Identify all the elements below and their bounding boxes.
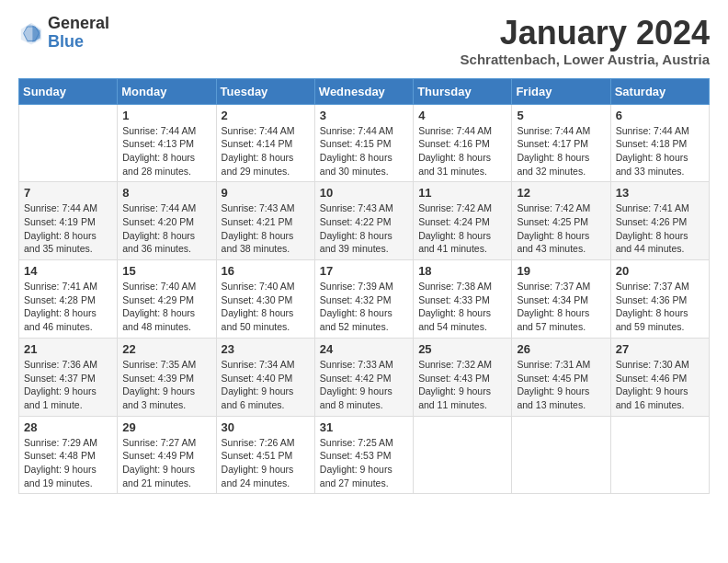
main-title: January 2024	[461, 15, 710, 52]
day-info: Sunrise: 7:33 AMSunset: 4:42 PMDaylight:…	[320, 358, 408, 412]
calendar-cell: 10Sunrise: 7:43 AMSunset: 4:22 PMDayligh…	[314, 182, 413, 260]
logo-blue: Blue	[48, 33, 109, 52]
calendar-cell: 30Sunrise: 7:26 AMSunset: 4:51 PMDayligh…	[216, 416, 314, 494]
day-number: 15	[122, 264, 210, 278]
calendar-cell: 16Sunrise: 7:40 AMSunset: 4:30 PMDayligh…	[216, 260, 314, 339]
header-day-monday: Monday	[118, 78, 216, 104]
day-number: 3	[320, 109, 408, 122]
calendar-cell	[610, 416, 709, 494]
day-info: Sunrise: 7:38 AMSunset: 4:33 PMDaylight:…	[418, 280, 506, 334]
day-info: Sunrise: 7:36 AMSunset: 4:37 PMDaylight:…	[24, 358, 112, 412]
day-info: Sunrise: 7:44 AMSunset: 4:18 PMDaylight:…	[616, 124, 704, 178]
day-number: 6	[616, 109, 704, 122]
day-info: Sunrise: 7:44 AMSunset: 4:16 PMDaylight:…	[418, 124, 506, 178]
day-info: Sunrise: 7:37 AMSunset: 4:36 PMDaylight:…	[616, 280, 704, 334]
calendar-cell: 28Sunrise: 7:29 AMSunset: 4:48 PMDayligh…	[19, 416, 118, 494]
day-number: 9	[222, 186, 310, 200]
day-info: Sunrise: 7:44 AMSunset: 4:20 PMDaylight:…	[122, 201, 210, 256]
day-number: 30	[222, 420, 310, 434]
calendar-cell: 3Sunrise: 7:44 AMSunset: 4:15 PMDaylight…	[314, 104, 413, 182]
day-info: Sunrise: 7:35 AMSunset: 4:39 PMDaylight:…	[122, 358, 210, 412]
logo-icon	[18, 20, 44, 46]
day-info: Sunrise: 7:43 AMSunset: 4:21 PMDaylight:…	[222, 201, 310, 256]
day-number: 18	[418, 264, 506, 278]
calendar-cell: 6Sunrise: 7:44 AMSunset: 4:18 PMDaylight…	[610, 104, 709, 182]
calendar-cell: 13Sunrise: 7:41 AMSunset: 4:26 PMDayligh…	[610, 182, 709, 260]
header-day-tuesday: Tuesday	[216, 78, 314, 104]
day-number: 14	[24, 264, 112, 278]
day-number: 27	[616, 342, 704, 356]
day-number: 25	[418, 342, 506, 356]
day-number: 24	[320, 342, 408, 356]
calendar-cell: 2Sunrise: 7:44 AMSunset: 4:14 PMDaylight…	[216, 104, 314, 182]
day-number: 4	[418, 109, 506, 122]
calendar-week-row: 7Sunrise: 7:44 AMSunset: 4:19 PMDaylight…	[19, 182, 710, 260]
calendar-cell: 14Sunrise: 7:41 AMSunset: 4:28 PMDayligh…	[19, 260, 118, 339]
day-info: Sunrise: 7:34 AMSunset: 4:40 PMDaylight:…	[222, 358, 310, 412]
calendar-cell: 15Sunrise: 7:40 AMSunset: 4:29 PMDayligh…	[118, 260, 216, 339]
day-info: Sunrise: 7:43 AMSunset: 4:22 PMDaylight:…	[320, 201, 408, 256]
calendar-cell: 18Sunrise: 7:38 AMSunset: 4:33 PMDayligh…	[414, 260, 512, 339]
calendar-cell: 9Sunrise: 7:43 AMSunset: 4:21 PMDaylight…	[216, 182, 314, 260]
calendar-cell: 19Sunrise: 7:37 AMSunset: 4:34 PMDayligh…	[512, 260, 610, 339]
day-number: 5	[517, 109, 605, 122]
day-number: 16	[222, 264, 310, 278]
header-day-saturday: Saturday	[610, 78, 709, 104]
calendar-cell: 5Sunrise: 7:44 AMSunset: 4:17 PMDaylight…	[512, 104, 610, 182]
day-info: Sunrise: 7:42 AMSunset: 4:24 PMDaylight:…	[418, 201, 506, 256]
calendar-cell: 25Sunrise: 7:32 AMSunset: 4:43 PMDayligh…	[414, 338, 512, 416]
logo-text: General Blue	[48, 15, 109, 52]
calendar-week-row: 14Sunrise: 7:41 AMSunset: 4:28 PMDayligh…	[19, 260, 710, 339]
day-number: 26	[517, 342, 605, 356]
day-info: Sunrise: 7:29 AMSunset: 4:48 PMDaylight:…	[24, 436, 112, 490]
day-number: 13	[616, 186, 704, 200]
day-number: 21	[24, 342, 112, 356]
subtitle: Schrattenbach, Lower Austria, Austria	[461, 52, 710, 67]
day-info: Sunrise: 7:44 AMSunset: 4:19 PMDaylight:…	[24, 201, 112, 256]
header-day-sunday: Sunday	[19, 78, 118, 104]
calendar-cell: 21Sunrise: 7:36 AMSunset: 4:37 PMDayligh…	[19, 338, 118, 416]
calendar-cell: 31Sunrise: 7:25 AMSunset: 4:53 PMDayligh…	[314, 416, 413, 494]
day-info: Sunrise: 7:31 AMSunset: 4:45 PMDaylight:…	[517, 358, 605, 412]
day-number: 31	[320, 420, 408, 434]
calendar-week-row: 28Sunrise: 7:29 AMSunset: 4:48 PMDayligh…	[19, 416, 710, 494]
day-info: Sunrise: 7:30 AMSunset: 4:46 PMDaylight:…	[616, 358, 704, 412]
calendar-cell	[19, 104, 118, 182]
calendar-header-row: SundayMondayTuesdayWednesdayThursdayFrid…	[19, 78, 710, 104]
header-day-wednesday: Wednesday	[314, 78, 413, 104]
calendar-cell: 27Sunrise: 7:30 AMSunset: 4:46 PMDayligh…	[610, 338, 709, 416]
calendar-cell: 11Sunrise: 7:42 AMSunset: 4:24 PMDayligh…	[414, 182, 512, 260]
day-info: Sunrise: 7:25 AMSunset: 4:53 PMDaylight:…	[320, 436, 408, 490]
calendar-cell: 8Sunrise: 7:44 AMSunset: 4:20 PMDaylight…	[118, 182, 216, 260]
calendar-cell: 17Sunrise: 7:39 AMSunset: 4:32 PMDayligh…	[314, 260, 413, 339]
day-info: Sunrise: 7:44 AMSunset: 4:13 PMDaylight:…	[122, 124, 210, 178]
day-number: 20	[616, 264, 704, 278]
calendar-cell: 7Sunrise: 7:44 AMSunset: 4:19 PMDaylight…	[19, 182, 118, 260]
day-number: 1	[122, 109, 210, 122]
day-number: 22	[122, 342, 210, 356]
calendar-cell: 4Sunrise: 7:44 AMSunset: 4:16 PMDaylight…	[414, 104, 512, 182]
calendar-cell: 1Sunrise: 7:44 AMSunset: 4:13 PMDaylight…	[118, 104, 216, 182]
logo: General Blue	[18, 15, 109, 52]
calendar-cell: 12Sunrise: 7:42 AMSunset: 4:25 PMDayligh…	[512, 182, 610, 260]
day-number: 17	[320, 264, 408, 278]
calendar-table: SundayMondayTuesdayWednesdayThursdayFrid…	[18, 78, 710, 495]
day-info: Sunrise: 7:44 AMSunset: 4:14 PMDaylight:…	[222, 124, 310, 178]
day-number: 7	[24, 186, 112, 200]
day-info: Sunrise: 7:40 AMSunset: 4:30 PMDaylight:…	[222, 280, 310, 334]
day-number: 2	[222, 109, 310, 122]
day-number: 23	[222, 342, 310, 356]
day-number: 11	[418, 186, 506, 200]
calendar-week-row: 21Sunrise: 7:36 AMSunset: 4:37 PMDayligh…	[19, 338, 710, 416]
day-info: Sunrise: 7:27 AMSunset: 4:49 PMDaylight:…	[122, 436, 210, 490]
day-info: Sunrise: 7:41 AMSunset: 4:28 PMDaylight:…	[24, 280, 112, 334]
day-number: 19	[517, 264, 605, 278]
calendar-cell: 20Sunrise: 7:37 AMSunset: 4:36 PMDayligh…	[610, 260, 709, 339]
day-info: Sunrise: 7:26 AMSunset: 4:51 PMDaylight:…	[222, 436, 310, 490]
logo-general: General	[48, 15, 109, 33]
day-info: Sunrise: 7:39 AMSunset: 4:32 PMDaylight:…	[320, 280, 408, 334]
calendar-cell: 26Sunrise: 7:31 AMSunset: 4:45 PMDayligh…	[512, 338, 610, 416]
day-number: 28	[24, 420, 112, 434]
day-info: Sunrise: 7:37 AMSunset: 4:34 PMDaylight:…	[517, 280, 605, 334]
calendar-cell: 22Sunrise: 7:35 AMSunset: 4:39 PMDayligh…	[118, 338, 216, 416]
